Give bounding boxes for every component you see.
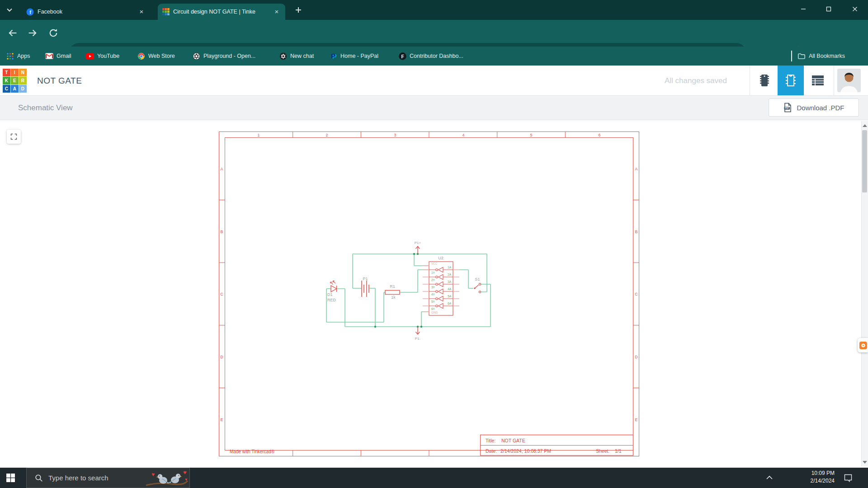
schematic-subheader: Schematic View PDF Download .PDF (0, 96, 868, 120)
bookmark-playground[interactable]: Playground - Open... (193, 47, 255, 66)
svg-text:U2: U2 (438, 256, 443, 260)
account-avatar[interactable] (837, 69, 861, 92)
zoom-to-fit-button[interactable] (7, 130, 21, 144)
logo-tile: K (3, 77, 10, 84)
svg-text:5A: 5A (448, 295, 452, 298)
tray-chevron-up-icon[interactable] (766, 475, 773, 480)
logo-tile: R (19, 77, 27, 84)
bookmark-label: Gmail (57, 53, 71, 59)
svg-text:1Y: 1Y (431, 271, 435, 274)
all-bookmarks-button[interactable]: All Bookmarks (797, 47, 845, 66)
svg-text:P1+: P1+ (415, 241, 421, 245)
browser-toolbar: tinkercad.com/things/lNdoqaG7Ijh-not-gat… (0, 20, 868, 47)
svg-text:4Y: 4Y (431, 293, 435, 296)
floating-extension-button[interactable] (858, 338, 868, 352)
bookmarks-bar: Apps Gmail YouTube Web Store Playground … (0, 47, 868, 66)
svg-text:5Y: 5Y (431, 300, 435, 303)
tinkercad-logo[interactable]: T I N K E R C A D (3, 69, 27, 93)
svg-text:C: C (220, 292, 223, 296)
bookmark-new-chat[interactable]: New chat (279, 47, 314, 66)
tab-close-icon[interactable]: × (273, 8, 281, 16)
tinkercad-favicon (162, 8, 170, 15)
svg-text:E: E (635, 418, 637, 422)
svg-text:Date:: Date: (486, 448, 497, 454)
bookmark-label: Contributor Dashbo... (410, 53, 463, 59)
svg-text:6Y: 6Y (431, 307, 435, 310)
scroll-down-arrow[interactable] (863, 461, 867, 464)
schematic-view-button[interactable] (778, 66, 804, 95)
svg-text:2A: 2A (448, 273, 452, 276)
component-list-view-button[interactable] (805, 66, 831, 95)
svg-text:5: 5 (530, 133, 532, 137)
save-status: All changes saved (665, 76, 727, 85)
tab-search-icon[interactable] (5, 6, 14, 14)
design-title[interactable]: NOT GATE (37, 76, 82, 86)
svg-text:F: F (401, 54, 404, 59)
tab-facebook[interactable]: f Facebook × (22, 4, 150, 20)
window-close-button[interactable] (844, 0, 865, 18)
search-icon (35, 474, 43, 482)
bookmark-paypal[interactable]: PP Home - PayPal (330, 47, 378, 66)
new-tab-button[interactable] (294, 6, 302, 14)
logo-tile: N (19, 69, 27, 76)
svg-text:PDF: PDF (785, 107, 789, 109)
search-placeholder: Type here to search (48, 474, 108, 482)
svg-text:4A: 4A (448, 287, 452, 291)
bookmark-label: New chat (290, 53, 314, 59)
bookmark-gmail[interactable]: Gmail (45, 47, 71, 66)
logo-tile: E (11, 77, 19, 84)
tab-tinkercad[interactable]: Circuit design NOT GATE | Tinke × (158, 4, 285, 20)
svg-text:4: 4 (462, 133, 464, 137)
window-maximize-button[interactable] (818, 0, 839, 18)
svg-text:VCC: VCC (431, 262, 438, 265)
window-minimize-button[interactable] (793, 0, 814, 18)
made-with-credit: Made with Tinkercad® (230, 449, 275, 454)
bookmark-contributor[interactable]: F Contributor Dashbo... (399, 47, 463, 66)
table-icon (811, 75, 825, 86)
scrollbar-thumb[interactable] (862, 130, 867, 192)
taskbar-search-box[interactable]: Type here to search ♥ ♥ ♥ (26, 468, 190, 488)
contributor-icon: F (399, 52, 406, 60)
bookmark-label: Web Store (148, 53, 175, 59)
logo-tile: A (11, 85, 19, 93)
svg-text:D1: D1 (327, 292, 333, 297)
tab-title: Circuit design NOT GATE | Tinke (173, 9, 269, 15)
svg-text:2/14/2024, 10:08:37 PM: 2/14/2024, 10:08:37 PM (500, 448, 551, 454)
forward-button[interactable] (27, 28, 38, 38)
download-pdf-button[interactable]: PDF Download .PDF (769, 99, 859, 117)
svg-text:3: 3 (394, 133, 396, 137)
svg-text:B: B (635, 230, 637, 234)
action-center-icon[interactable] (844, 474, 853, 482)
svg-text:Title:: Title: (486, 438, 495, 443)
svg-text:GND: GND (431, 311, 438, 314)
breadboard-view-button[interactable] (751, 66, 778, 95)
bookmark-apps[interactable]: Apps (6, 47, 30, 66)
svg-text:A: A (635, 167, 637, 171)
bookmark-label: Playground - Open... (203, 53, 255, 59)
svg-text:R1: R1 (390, 284, 395, 289)
search-highlight-lovebirds-art[interactable]: ♥ ♥ ♥ (145, 468, 189, 488)
schematic-canvas[interactable]: 1 2 3 4 5 6 A B C D E A B C D E (0, 120, 868, 468)
tab-title: Facebook (38, 9, 134, 15)
logo-tile: C (3, 85, 10, 93)
svg-text:P: P (331, 52, 335, 60)
bookmark-web-store[interactable]: Web Store (137, 47, 175, 66)
scroll-up-arrow[interactable] (863, 124, 867, 127)
svg-text:♥: ♥ (185, 477, 187, 482)
bookmark-youtube[interactable]: YouTube (86, 47, 119, 66)
start-button[interactable] (6, 474, 15, 482)
svg-text:Sheet:: Sheet: (596, 448, 609, 454)
svg-text:1k: 1k (391, 295, 396, 300)
schematic-sheet: 1 2 3 4 5 6 A B C D E A B C D E (219, 131, 639, 456)
reload-button[interactable] (48, 28, 59, 38)
logo-tile: D (19, 85, 27, 93)
tab-close-icon[interactable]: × (137, 8, 146, 16)
taskbar-clock[interactable]: 10:09 PM 2/14/2024 (794, 469, 835, 485)
view-mode-label: Schematic View (18, 103, 73, 113)
bookmark-label: Apps (17, 53, 30, 59)
svg-text:♥: ♥ (183, 469, 187, 476)
pdf-file-icon: PDF (783, 103, 792, 113)
windows-taskbar: Type here to search ♥ ♥ ♥ (0, 468, 868, 488)
back-button[interactable] (7, 28, 18, 38)
apps-grid-icon (6, 52, 14, 60)
